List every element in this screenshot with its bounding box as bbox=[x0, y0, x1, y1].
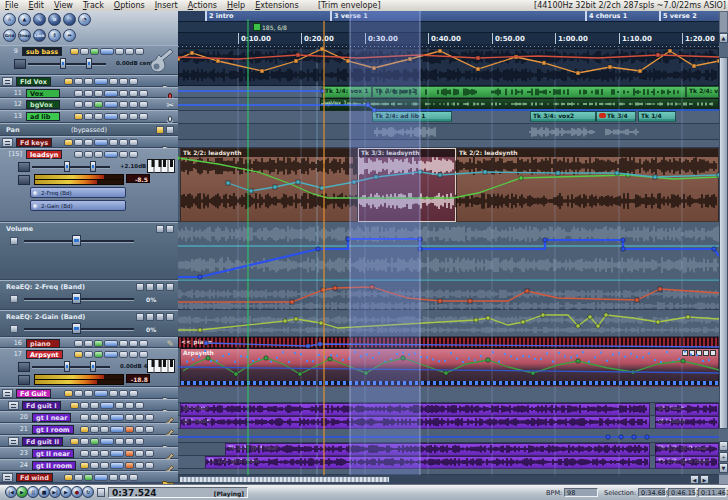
volume-fader[interactable] bbox=[32, 166, 110, 169]
vertical-scroll-thumb[interactable] bbox=[719, 57, 728, 429]
scroll-up-button[interactable]: ▲ bbox=[719, 33, 728, 43]
clip-button[interactable] bbox=[710, 350, 716, 356]
track-mini-button[interactable] bbox=[125, 462, 134, 469]
track-mini-button[interactable] bbox=[80, 48, 89, 55]
pan-handle[interactable] bbox=[90, 361, 96, 372]
track-piano[interactable]: 16piano✎ bbox=[0, 337, 178, 348]
envelope-lane-volume[interactable]: Volume bbox=[0, 222, 178, 280]
marker-5[interactable]: 5 verse 2 bbox=[659, 11, 719, 21]
track-mini-button[interactable] bbox=[119, 351, 128, 358]
fx-parameter-chip[interactable]: 2-Freq (Bd) bbox=[30, 187, 126, 198]
fader-handle[interactable] bbox=[60, 58, 66, 69]
track-name[interactable]: gt I room bbox=[32, 425, 74, 434]
track-mini-button[interactable] bbox=[70, 402, 79, 409]
track-fld-vox[interactable]: Fld Vox bbox=[0, 75, 178, 87]
track-mini-button[interactable] bbox=[129, 90, 138, 97]
track-mini-button[interactable] bbox=[129, 139, 138, 146]
track-mini-button[interactable] bbox=[74, 139, 83, 146]
selection-start-field[interactable]: 0:34.689 bbox=[638, 488, 666, 497]
track-mini-button[interactable] bbox=[94, 113, 103, 120]
media-item[interactable]: Tk 3/4: vox2 bbox=[530, 111, 596, 122]
track-mini-button[interactable] bbox=[90, 462, 99, 469]
track-mini-button[interactable] bbox=[84, 351, 93, 358]
track-mini-button[interactable] bbox=[100, 426, 109, 433]
track-mini-button[interactable] bbox=[139, 113, 148, 120]
track-mini-button[interactable] bbox=[84, 474, 93, 481]
track-mini-button[interactable] bbox=[94, 151, 103, 158]
track-mini-button[interactable] bbox=[110, 426, 124, 433]
track-mini-button[interactable] bbox=[125, 426, 134, 433]
media-item[interactable]: Tk 2/2: leadsynth bbox=[180, 148, 358, 222]
track-mini-button[interactable] bbox=[125, 414, 134, 421]
toolbar-grid-button[interactable]: Grid bbox=[3, 29, 16, 42]
track-mini-button[interactable] bbox=[84, 78, 93, 85]
track-name[interactable]: bgVox bbox=[26, 100, 60, 109]
scroll-right-button[interactable]: ▶ bbox=[700, 475, 709, 484]
track-mini-button[interactable] bbox=[90, 402, 99, 409]
track-mini-button[interactable] bbox=[129, 351, 138, 358]
track-mini-button[interactable] bbox=[74, 113, 83, 120]
media-item[interactable]: Tk 1/4 bbox=[638, 111, 676, 122]
track-gt-ii-room[interactable]: 24gt II room bbox=[0, 459, 178, 471]
track-mini-button[interactable] bbox=[94, 474, 108, 481]
menu-view[interactable]: View bbox=[49, 0, 78, 11]
track-gt-ii-near[interactable]: 23gt II near bbox=[0, 447, 178, 459]
tempo-marker[interactable]: 185, 6/8 bbox=[253, 23, 287, 31]
track-gt-i-near[interactable]: 20gt I near bbox=[0, 411, 178, 423]
horizontal-scroll-thumb[interactable] bbox=[179, 476, 390, 483]
track-mini-button[interactable] bbox=[125, 438, 134, 445]
envelope-arm-button[interactable] bbox=[10, 325, 18, 333]
transport-extra-button[interactable] bbox=[97, 488, 105, 497]
speaker-icon[interactable] bbox=[18, 162, 30, 172]
track-mini-button[interactable] bbox=[80, 450, 89, 457]
toolbar-snap-button[interactable]: Snap bbox=[18, 29, 31, 42]
track-fd-guit-i[interactable]: Fd guit I bbox=[0, 399, 178, 411]
track-vox[interactable]: 11Vox bbox=[0, 87, 178, 98]
track-mini-button[interactable] bbox=[100, 462, 109, 469]
track-mini-button[interactable] bbox=[94, 351, 103, 358]
track-mini-button[interactable] bbox=[119, 78, 128, 85]
slider-handle[interactable] bbox=[72, 323, 81, 334]
clip-button[interactable] bbox=[703, 350, 709, 356]
slider-handle[interactable] bbox=[72, 235, 81, 246]
envelope-arm-button[interactable] bbox=[10, 237, 18, 245]
track-mini-button[interactable] bbox=[129, 474, 138, 481]
track-name[interactable]: ad lib bbox=[26, 112, 60, 121]
track-name[interactable]: gt I near bbox=[32, 413, 71, 422]
menu-track[interactable]: Track bbox=[78, 0, 109, 11]
track-mini-button[interactable] bbox=[74, 90, 83, 97]
track-mini-button[interactable] bbox=[100, 438, 114, 445]
media-item[interactable]: Tk 2/2: leadsynth bbox=[456, 148, 719, 222]
volume-fader[interactable] bbox=[28, 63, 106, 66]
envelope-button[interactable] bbox=[146, 313, 154, 321]
media-item[interactable]: Tk 1/2: gt II near bbox=[225, 443, 650, 456]
media-item[interactable]: gt I room bbox=[180, 416, 650, 429]
track-mini-button[interactable] bbox=[94, 101, 103, 108]
track-mini-button[interactable] bbox=[119, 113, 128, 120]
track-mini-button[interactable] bbox=[109, 474, 118, 481]
track-mini-button[interactable] bbox=[139, 351, 148, 358]
fx-parameter-chip[interactable]: 2-Gain (Bd) bbox=[30, 200, 126, 211]
envelope-button[interactable] bbox=[166, 283, 174, 291]
envelope-button[interactable] bbox=[156, 225, 164, 233]
track-mini-button[interactable] bbox=[84, 101, 93, 108]
track-mini-button[interactable] bbox=[74, 340, 83, 347]
folder-toggle[interactable] bbox=[2, 473, 13, 482]
track-mini-button[interactable] bbox=[80, 426, 89, 433]
speaker-icon[interactable] bbox=[18, 362, 30, 372]
track-mini-button[interactable] bbox=[110, 414, 124, 421]
track-mini-button[interactable] bbox=[90, 438, 99, 445]
envelope-lane-pan[interactable]: Pan(bypassed) bbox=[0, 123, 178, 136]
track-mini-button[interactable] bbox=[135, 48, 144, 55]
track-mini-button[interactable] bbox=[119, 151, 128, 158]
track-mini-button[interactable] bbox=[135, 402, 144, 409]
envelope-lane-reaeq-2-freq-band-[interactable]: ReaEQ: 2-Freq (Band)0% bbox=[0, 280, 178, 310]
media-item[interactable]: Tk 1/4: vox 1 bbox=[322, 86, 372, 98]
track-mini-button[interactable] bbox=[135, 438, 144, 445]
media-item[interactable]: bgVox 1 bbox=[320, 98, 719, 111]
folder-toggle[interactable] bbox=[8, 401, 19, 410]
transport-time-display[interactable]: 0:37.524 [Playing] bbox=[108, 487, 248, 498]
track-mini-button[interactable] bbox=[64, 474, 73, 481]
track-leadsyn[interactable]: [15]leadsyn+2.10dB center-8.52-Freq (Bd)… bbox=[0, 148, 178, 222]
track-name[interactable]: Fd wind bbox=[16, 473, 53, 482]
